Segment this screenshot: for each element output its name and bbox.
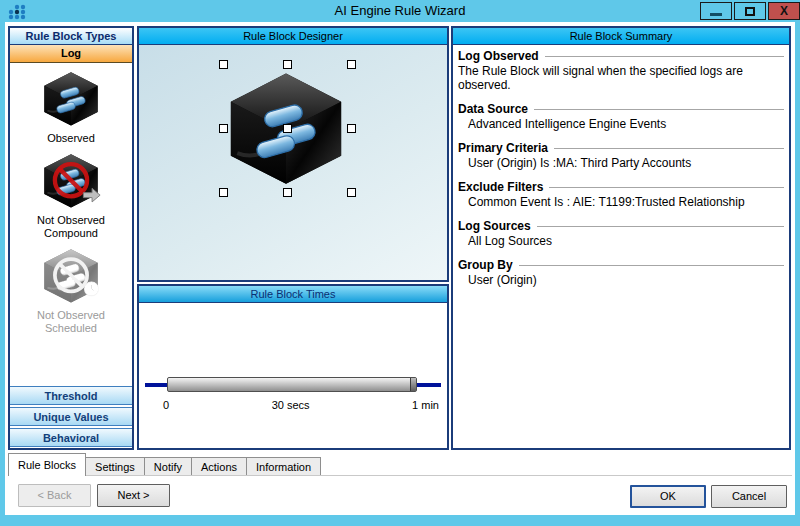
type-item-not-observed-scheduled[interactable]: Not Observed Scheduled [21, 248, 121, 335]
section-rule [534, 109, 784, 111]
wizard-content: Rule Block Types Log Observed Not Observ… [5, 22, 795, 515]
section-line: User (Origin) Is :MA: Third Party Accoun… [458, 156, 784, 170]
tab-settings[interactable]: Settings [85, 457, 145, 476]
wizard-tabstrip: Rule Blocks Settings Notify Actions Info… [8, 452, 792, 476]
selection-handle[interactable] [347, 124, 356, 133]
rule-block-times-panel: Rule Block Times 0 30 secs 1 min [137, 284, 449, 450]
tab-information[interactable]: Information [246, 457, 321, 476]
type-button-log[interactable]: Log [10, 45, 132, 63]
section-line: All Log Sources [458, 234, 784, 248]
designer-canvas[interactable] [139, 45, 447, 280]
title-bar: AI Engine Rule Wizard X [0, 0, 800, 22]
section-heading: Data Source [458, 102, 528, 116]
rule-block-types-header: Rule Block Types [10, 28, 132, 45]
rule-block-designer-header: Rule Block Designer [139, 28, 447, 45]
summary-section-primary-criteria: Primary Criteria User (Origin) Is :MA: T… [458, 141, 784, 170]
back-button[interactable]: < Back [18, 484, 91, 507]
tab-notify[interactable]: Notify [144, 457, 192, 476]
wizard-window: AI Engine Rule Wizard X Rule Block Types… [0, 0, 800, 526]
selection-handle[interactable] [283, 124, 292, 133]
time-slider-handle[interactable] [410, 378, 416, 391]
summary-body: Log Observed The Rule Block will signal … [453, 45, 789, 301]
tab-actions[interactable]: Actions [191, 457, 247, 476]
section-rule [545, 56, 784, 58]
maximize-icon [745, 7, 755, 16]
tick-middle: 30 secs [272, 399, 310, 411]
minimize-button[interactable] [700, 2, 732, 20]
section-rule [549, 187, 784, 189]
tick-end: 1 min [412, 399, 439, 411]
type-item-observed[interactable]: Observed [21, 71, 121, 145]
section-heading: Primary Criteria [458, 141, 548, 155]
type-item-label: Observed [21, 132, 121, 145]
section-heading: Log Sources [458, 219, 531, 233]
selection-handle[interactable] [283, 188, 292, 197]
ok-button[interactable]: OK [630, 485, 706, 508]
selection-handle[interactable] [283, 60, 292, 69]
close-button[interactable]: X [768, 2, 800, 20]
section-line: The Rule Block will signal when the spec… [458, 64, 784, 92]
not-observed-scheduled-icon [40, 248, 102, 305]
section-rule [519, 265, 784, 267]
selection-handle[interactable] [347, 188, 356, 197]
times-body: 0 30 secs 1 min [139, 303, 447, 448]
type-button-threshold[interactable]: Threshold [10, 386, 132, 405]
cancel-button[interactable]: Cancel [711, 485, 787, 508]
section-line: User (Origin) [458, 273, 784, 287]
type-category-buttons: Threshold Unique Values Behavioral [10, 384, 132, 448]
section-heading: Log Observed [458, 49, 539, 63]
section-heading: Exclude Filters [458, 180, 543, 194]
close-icon: X [780, 4, 788, 18]
minimize-icon [710, 13, 722, 16]
type-item-not-observed-compound[interactable]: Not Observed Compound [21, 153, 121, 240]
tab-rule-blocks[interactable]: Rule Blocks [8, 453, 86, 476]
rule-block-types-panel: Rule Block Types Log Observed Not Observ… [8, 26, 134, 450]
section-heading: Group By [458, 258, 513, 272]
not-observed-compound-icon [40, 153, 102, 210]
summary-section-log-observed: Log Observed The Rule Block will signal … [458, 49, 784, 92]
rule-block-times-header: Rule Block Times [139, 286, 447, 303]
selection-handle[interactable] [219, 188, 228, 197]
type-button-behavioral[interactable]: Behavioral [10, 428, 132, 447]
window-title: AI Engine Rule Wizard [0, 0, 800, 22]
rule-block-summary-panel: Rule Block Summary Log Observed The Rule… [451, 26, 791, 450]
maximize-button[interactable] [734, 2, 766, 20]
type-list: Observed Not Observed Compound [10, 63, 132, 384]
summary-section-group-by: Group By User (Origin) [458, 258, 784, 287]
summary-section-exclude-filters: Exclude Filters Common Event Is : AIE: T… [458, 180, 784, 209]
selection-handle[interactable] [219, 124, 228, 133]
type-item-label: Not Observed Compound [21, 214, 121, 240]
observed-cube-icon [40, 71, 102, 128]
section-line: Common Event Is : AIE: T1199:Trusted Rel… [458, 195, 784, 209]
type-item-label: Not Observed Scheduled [21, 309, 121, 335]
section-rule [537, 226, 784, 228]
summary-section-log-sources: Log Sources All Log Sources [458, 219, 784, 248]
type-button-unique-values[interactable]: Unique Values [10, 407, 132, 426]
tick-start: 0 [163, 399, 169, 411]
section-rule [554, 148, 784, 150]
rule-block-summary-header: Rule Block Summary [453, 28, 789, 45]
next-button[interactable]: Next > [97, 484, 170, 507]
time-tick-labels: 0 30 secs 1 min [163, 399, 439, 411]
section-line: Advanced Intelligence Engine Events [458, 117, 784, 131]
selection-handle[interactable] [219, 60, 228, 69]
selection-handle[interactable] [347, 60, 356, 69]
time-slider-bar[interactable] [167, 377, 417, 392]
rule-block-designer-panel: Rule Block Designer [137, 26, 449, 282]
summary-section-data-source: Data Source Advanced Intelligence Engine… [458, 102, 784, 131]
